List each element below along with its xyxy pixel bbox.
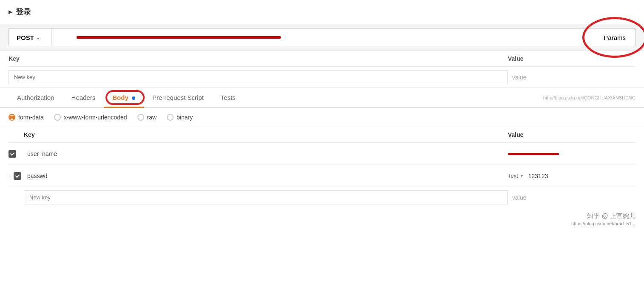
text-type-label: Text	[508, 173, 518, 179]
bottom-watermark: 知乎 @ 上官婉儿 https://blog.csdn.net/brad_51.…	[0, 208, 644, 231]
row2-value: 123123	[528, 173, 548, 179]
title-bar: ▶ 登录	[0, 0, 644, 24]
text-type-chevron-icon: ▼	[520, 173, 524, 178]
radio-x-www[interactable]: x-www-form-urlencoded	[54, 114, 127, 121]
table-row: user_name	[9, 143, 635, 165]
body-key-column-header: Key	[24, 131, 508, 138]
tab-watermark: http://blog.csdn.net/CONGHUAXIANSHENG	[543, 95, 635, 100]
row1-value	[508, 150, 635, 157]
tab-tests[interactable]: Tests	[212, 88, 244, 107]
radio-raw[interactable]: raw	[137, 114, 157, 121]
body-new-value-placeholder: value	[508, 194, 635, 201]
params-new-row: value	[9, 67, 635, 88]
radio-raw-circle	[137, 114, 144, 121]
radio-binary-label: binary	[177, 114, 193, 121]
page-title: 登录	[16, 7, 31, 17]
tab-body-wrap: Body	[104, 88, 144, 107]
body-new-key-input[interactable]	[24, 190, 508, 204]
params-value-placeholder: value	[508, 74, 635, 81]
text-type-dropdown[interactable]: Text ▼	[508, 173, 524, 179]
params-new-key-input[interactable]	[9, 70, 508, 84]
value-column-header: Value	[508, 55, 635, 62]
params-table-header: Key Value	[9, 51, 635, 67]
radio-binary-circle	[167, 114, 174, 121]
row2-controls: ≡	[9, 172, 24, 180]
radio-binary[interactable]: binary	[167, 114, 193, 121]
body-new-key-row: value	[9, 187, 635, 208]
url-input[interactable]	[51, 28, 594, 46]
body-table-header: Key Value	[9, 127, 635, 143]
row2-key: passwd	[24, 173, 508, 179]
radio-form-data-label: form-data	[18, 114, 44, 121]
drag-handle-icon[interactable]: ≡	[9, 173, 12, 179]
radio-form-data[interactable]: form-data	[9, 114, 44, 121]
row1-key: user_name	[24, 150, 508, 157]
params-table: Key Value value	[0, 51, 644, 88]
params-button[interactable]: Params	[594, 28, 635, 46]
tabs-bar: Authorization Headers Body Pre-request S…	[0, 88, 644, 108]
radio-x-www-label: x-www-form-urlencoded	[64, 114, 127, 121]
radio-form-data-circle	[9, 114, 15, 121]
url-bar: POST ⌵ Params	[0, 24, 644, 51]
body-value-column-header: Value	[508, 131, 635, 138]
row1-controls	[9, 150, 24, 158]
row2-checkbox[interactable]	[14, 172, 21, 180]
body-active-dot	[132, 96, 135, 100]
tab-headers[interactable]: Headers	[63, 88, 104, 107]
tab-body[interactable]: Body	[104, 88, 144, 107]
table-row: ≡ passwd Text ▼ 123123	[9, 165, 635, 187]
watermark-url: https://blog.csdn.net/brad_51...	[571, 221, 635, 226]
tab-pre-request-script[interactable]: Pre-request Script	[144, 88, 212, 107]
body-options: form-data x-www-form-urlencoded raw bina…	[0, 108, 644, 127]
method-label: POST	[17, 34, 34, 41]
key-column-header: Key	[9, 55, 508, 62]
radio-raw-label: raw	[147, 114, 157, 121]
watermark-text: 知乎 @ 上官婉儿	[587, 212, 635, 219]
body-table: Key Value user_name ≡ passwd	[0, 127, 644, 208]
radio-x-www-circle	[54, 114, 61, 121]
row1-checkbox[interactable]	[9, 150, 16, 158]
method-dropdown[interactable]: POST ⌵	[9, 28, 51, 46]
row1-value-redact	[508, 153, 559, 155]
row2-value-cell: Text ▼ 123123	[508, 173, 635, 179]
tab-authorization[interactable]: Authorization	[9, 88, 63, 107]
method-chevron-icon: ⌵	[37, 35, 39, 40]
expand-arrow-icon[interactable]: ▶	[9, 9, 12, 15]
